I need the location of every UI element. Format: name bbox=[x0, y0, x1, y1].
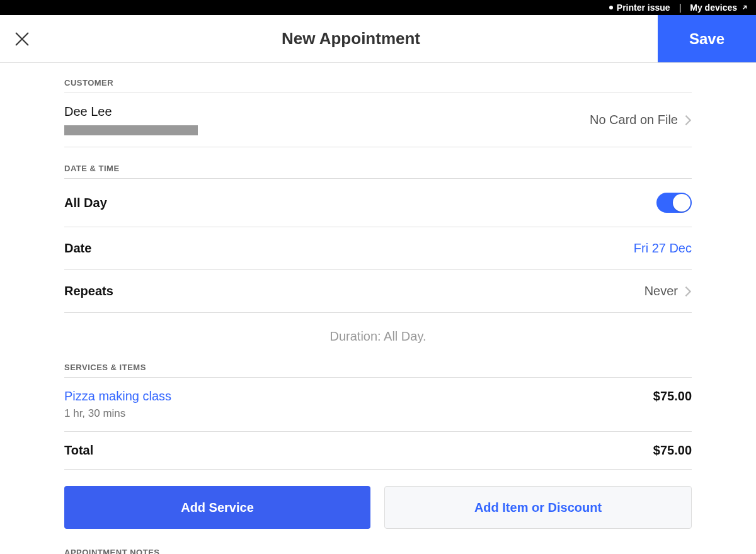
chevron-right-icon bbox=[684, 286, 692, 297]
chevron-right-icon bbox=[684, 115, 692, 126]
add-item-discount-button[interactable]: Add Item or Discount bbox=[384, 486, 692, 529]
all-day-label: All Day bbox=[64, 196, 107, 210]
service-item-row[interactable]: Pizza making class 1 hr, 30 mins $75.00 bbox=[64, 378, 692, 432]
service-price: $75.00 bbox=[653, 389, 692, 404]
services-section-label: SERVICES & ITEMS bbox=[64, 363, 692, 378]
customer-section-label: CUSTOMER bbox=[64, 78, 692, 93]
total-row: Total $75.00 bbox=[64, 432, 692, 470]
repeats-value: Never bbox=[644, 284, 678, 298]
status-divider: | bbox=[679, 3, 682, 13]
all-day-row: All Day bbox=[64, 179, 692, 227]
page-title: New Appointment bbox=[44, 15, 658, 62]
printer-issue-label: Printer issue bbox=[617, 3, 670, 13]
customer-name: Dee Lee bbox=[64, 105, 198, 119]
all-day-toggle[interactable] bbox=[656, 193, 692, 213]
add-service-label: Add Service bbox=[181, 500, 254, 515]
content: CUSTOMER Dee Lee No Card on File DATE & … bbox=[64, 63, 692, 554]
date-value: Fri 27 Dec bbox=[634, 241, 692, 256]
my-devices-label: My devices bbox=[690, 3, 737, 13]
add-service-button[interactable]: Add Service bbox=[64, 486, 370, 529]
repeats-label: Repeats bbox=[64, 284, 113, 298]
duration-text: Duration: All Day. bbox=[64, 313, 692, 363]
datetime-section-label: DATE & TIME bbox=[64, 164, 692, 179]
date-row[interactable]: Date Fri 27 Dec bbox=[64, 227, 692, 270]
date-label: Date bbox=[64, 241, 91, 256]
actions-row: Add Service Add Item or Discount bbox=[64, 486, 692, 529]
toggle-knob bbox=[673, 194, 690, 212]
total-label: Total bbox=[64, 443, 93, 458]
total-value: $75.00 bbox=[653, 443, 692, 458]
card-status: No Card on File bbox=[590, 113, 678, 127]
service-duration: 1 hr, 30 mins bbox=[64, 407, 171, 420]
status-bar: Printer issue | My devices bbox=[0, 0, 756, 15]
header: New Appointment Save bbox=[0, 15, 756, 63]
repeats-row[interactable]: Repeats Never bbox=[64, 270, 692, 313]
my-devices-link[interactable]: My devices bbox=[690, 3, 748, 13]
status-dot-icon bbox=[609, 6, 613, 9]
close-icon bbox=[11, 28, 33, 50]
save-button[interactable]: Save bbox=[658, 15, 756, 62]
service-name: Pizza making class bbox=[64, 389, 171, 404]
close-button[interactable] bbox=[0, 15, 44, 62]
customer-row[interactable]: Dee Lee No Card on File bbox=[64, 93, 692, 147]
customer-detail-redacted bbox=[64, 125, 198, 135]
notes-section-label: APPOINTMENT NOTES bbox=[64, 548, 692, 554]
printer-issue-status[interactable]: Printer issue bbox=[609, 3, 670, 13]
add-item-discount-label: Add Item or Discount bbox=[474, 500, 602, 515]
save-button-label: Save bbox=[689, 30, 724, 48]
external-link-icon bbox=[741, 4, 748, 11]
